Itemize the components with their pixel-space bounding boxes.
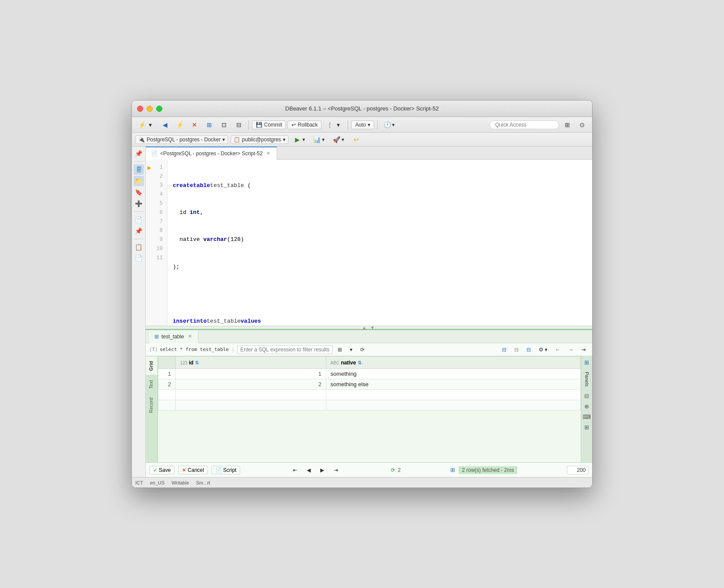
table-row-empty-2 xyxy=(158,400,581,411)
settings-result-btn[interactable]: ⚙ ▾ xyxy=(536,345,550,354)
new-script-btn[interactable]: ⊞ xyxy=(203,120,216,130)
result-panel: ⊞ test_table ✕ ⟨T⟩ select * from test_ta… xyxy=(146,329,592,477)
back-icon: ◀ xyxy=(161,121,168,128)
nav-end-btn[interactable]: ⇥ xyxy=(578,345,589,354)
back-btn[interactable]: ◀ xyxy=(158,120,171,130)
text-tab[interactable]: Text xyxy=(146,375,158,393)
transaction-icon: ⋮ xyxy=(326,121,333,128)
sql-separator: | xyxy=(232,346,234,353)
run-script-btn[interactable]: 🚀 ▾ xyxy=(330,135,347,144)
help-btn[interactable]: ⊙ xyxy=(576,120,589,130)
native-type-badge: ABC xyxy=(331,361,340,365)
result-bottom-bar: ✓ Save ✕ Cancel 📄 Script ⇤ xyxy=(146,462,592,477)
filter-input[interactable] xyxy=(237,345,333,354)
panel-icon-4[interactable]: ⌨ xyxy=(583,413,591,421)
sidebar-nav-icon[interactable]: 📁 xyxy=(134,176,144,186)
chevron-down-icon: ▾ xyxy=(147,121,154,128)
rollback-button[interactable]: ↩ Rollback xyxy=(288,120,322,129)
id-type-badge: 123 xyxy=(180,361,188,365)
quick-access-input[interactable] xyxy=(489,120,559,129)
sidebar-doc2-icon[interactable]: 📄 xyxy=(134,253,144,264)
result-nav-next[interactable]: ▶ xyxy=(317,466,327,474)
cancel-data-btn[interactable]: ✕ Cancel xyxy=(178,466,208,474)
filter-btn-2[interactable]: ⊟ xyxy=(511,345,522,354)
dropdown-filter-btn[interactable]: ▾ xyxy=(347,345,355,354)
nav-left-btn[interactable]: ← xyxy=(552,345,563,354)
transaction-btn[interactable]: ⋮ ▾ xyxy=(323,120,345,130)
script-data-btn[interactable]: 📄 Script xyxy=(211,466,241,474)
reset-btn[interactable]: ↩ xyxy=(350,135,363,144)
filter-btn-1[interactable]: ⊟ xyxy=(499,345,509,354)
native-filter-icon[interactable]: ⇅ xyxy=(358,360,362,365)
result-nav-prev[interactable]: ◀ xyxy=(304,466,314,474)
disconnect-btn[interactable]: ✕ xyxy=(188,120,201,130)
result-nav-last[interactable]: ⇥ xyxy=(331,466,341,474)
result-nav-first[interactable]: ⇤ xyxy=(290,466,300,474)
sidebar-pin2-icon[interactable]: 📌 xyxy=(134,226,144,236)
plugin-btn[interactable]: ⚡ ▾ xyxy=(135,120,157,130)
save-btn[interactable]: ⊟ xyxy=(232,120,245,130)
refresh-icon-2[interactable]: ⟳ xyxy=(391,467,395,473)
db-connection-label: PostgreSQL - postgres - Docker xyxy=(147,137,221,143)
status-info: Sm...rt xyxy=(196,480,210,485)
info-label: Sm...rt xyxy=(196,480,210,485)
code-content[interactable]: create table test_table ( id int, native… xyxy=(168,160,592,326)
sidebar-bookmark-icon[interactable]: 🔖 xyxy=(134,187,144,197)
connect-btn[interactable]: ⚡ xyxy=(173,120,186,130)
sidebar-doc-icon[interactable]: 📋 xyxy=(134,242,144,252)
result-tab-close[interactable]: ✕ xyxy=(187,334,193,340)
line-8: 8 xyxy=(146,227,167,236)
secondary-toolbar: 🔌 PostgreSQL - postgres - Docker ▾ 📋 pub… xyxy=(132,133,592,147)
row-2-native: something else xyxy=(326,379,580,390)
editor-tab[interactable]: 📄 <PostgreSQL - postgres - Docker> Scrip… xyxy=(146,147,277,160)
id-filter-icon[interactable]: ⇅ xyxy=(195,360,199,365)
history-btn[interactable]: 🕐 ▾ xyxy=(381,120,398,130)
sidebar-pin-icon[interactable]: 📌 xyxy=(134,148,144,159)
filter-btn-3[interactable]: ⊟ xyxy=(523,345,534,354)
col-header-id[interactable]: 123 id ⇅ xyxy=(176,357,326,369)
schema-selector[interactable]: 📋 public@postgres ▾ xyxy=(231,135,288,144)
open-btn[interactable]: ⊡ xyxy=(218,120,231,130)
result-tab-icon: ⊞ xyxy=(154,334,159,340)
tab-close-icon[interactable]: ✕ xyxy=(265,150,272,157)
auto-commit-dropdown[interactable]: Auto ▾ xyxy=(351,120,374,129)
sidebar-script-icon[interactable]: 📄 xyxy=(134,214,144,225)
db-connection-selector[interactable]: 🔌 PostgreSQL - postgres - Docker ▾ xyxy=(135,135,228,144)
close-button[interactable] xyxy=(137,106,143,112)
code-editor[interactable]: ▶ 1 2 3 4 5 6 7 8 9 10 11 create table t… xyxy=(146,160,592,326)
sidebar-arrow-icon[interactable]: ➕ xyxy=(134,198,144,209)
minimize-button[interactable] xyxy=(147,106,153,112)
panel-grid-icon[interactable]: ⊞ xyxy=(583,358,591,367)
line-7: 7 xyxy=(146,217,167,227)
sidebar-db-icon[interactable]: 🗄 xyxy=(134,164,144,175)
perspective-btn[interactable]: ⊞ xyxy=(561,120,574,130)
save-data-btn[interactable]: ✓ Save xyxy=(149,466,174,474)
explain-btn[interactable]: 📊 ▾ xyxy=(311,135,328,144)
chevron-explain-icon: ▾ xyxy=(322,137,325,143)
grid-tab[interactable]: Grid xyxy=(146,356,158,375)
panels-label[interactable]: Panels xyxy=(583,368,591,390)
nav-right-btn[interactable]: → xyxy=(565,345,577,354)
result-tab-table[interactable]: ⊞ test_table ✕ xyxy=(149,330,198,343)
panel-icon-3[interactable]: ⊕ xyxy=(583,402,591,411)
save-check-icon: ✓ xyxy=(153,467,158,473)
panel-icon-2[interactable]: ⊟ xyxy=(583,392,591,401)
panel-icon-5[interactable]: ⊞ xyxy=(583,423,591,432)
sql-icon: ⟨T⟩ xyxy=(149,347,158,352)
code-line-2: id int, xyxy=(173,208,587,217)
expand-btn[interactable]: ⊞ xyxy=(335,345,345,354)
plugin-icon: ⚡ xyxy=(138,121,145,128)
splitter[interactable]: ▲ ▼ xyxy=(146,326,592,329)
commit-label: Commit xyxy=(264,122,282,128)
maximize-button[interactable] xyxy=(156,106,162,112)
reset-icon: ↩ xyxy=(353,136,360,143)
commit-button[interactable]: 💾 Commit xyxy=(252,120,286,129)
col-header-native[interactable]: ABC native ⇅ xyxy=(326,357,580,369)
run-btn[interactable]: ▶ ▾ xyxy=(291,135,308,144)
limit-input[interactable] xyxy=(567,466,589,474)
save-icon: ⊟ xyxy=(235,121,242,128)
refresh-result-btn[interactable]: ⟳ xyxy=(357,345,368,354)
record-tab[interactable]: Record xyxy=(146,393,158,417)
chevron-down-4-icon: ▾ xyxy=(392,122,395,128)
sql-query-text: select * from test_table xyxy=(160,347,229,352)
